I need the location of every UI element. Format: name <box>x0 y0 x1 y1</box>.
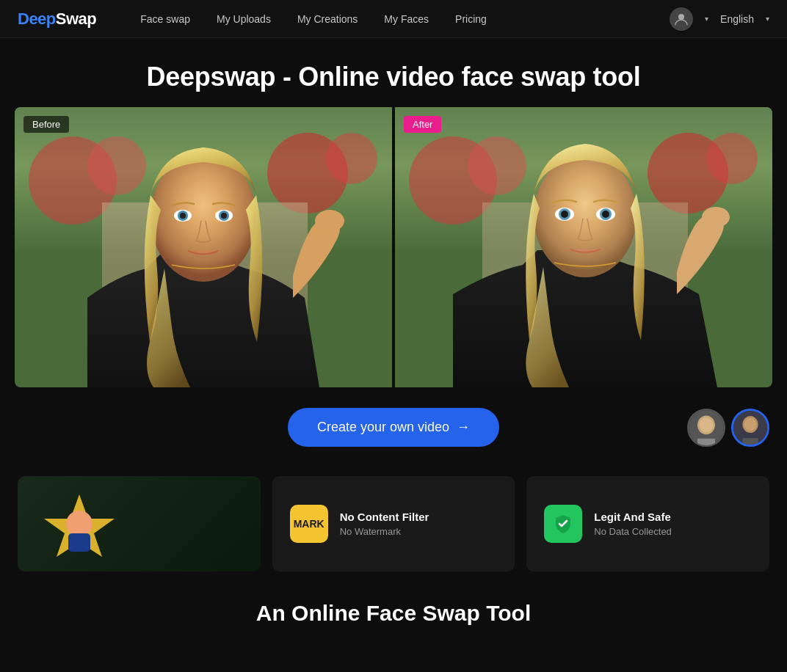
logo[interactable]: DeepSwap <box>18 10 96 29</box>
feature-legit-text: Legit And Safe No Data Collected <box>594 511 672 537</box>
no-filter-title: No Content Filter <box>340 511 429 523</box>
cta-arrow-icon: → <box>457 420 470 435</box>
face-avatar-2[interactable] <box>731 409 769 447</box>
svg-point-25 <box>534 154 637 277</box>
svg-point-15 <box>221 213 227 219</box>
svg-point-31 <box>602 211 609 218</box>
legit-title: Legit And Safe <box>594 511 672 523</box>
svg-point-32 <box>702 207 730 227</box>
face-avatar-1[interactable] <box>687 409 725 447</box>
cta-section: Create your own video → <box>0 387 787 467</box>
face-avatar-selector <box>687 409 769 447</box>
svg-rect-43 <box>68 533 90 552</box>
nav-links: Face swap My Uploads My Creations My Fac… <box>140 13 670 25</box>
logo-swap: Swap <box>56 10 96 28</box>
svg-point-6 <box>326 133 377 184</box>
shield-icon <box>544 505 582 543</box>
svg-point-28 <box>561 211 568 218</box>
svg-point-42 <box>66 511 93 537</box>
lang-dropdown-arrow[interactable]: ▾ <box>766 15 769 23</box>
before-panel: Before <box>15 107 392 387</box>
comparison-container: Before <box>15 107 772 387</box>
cta-button-text: Create your own video <box>317 420 449 435</box>
language-selector[interactable]: English <box>720 13 754 25</box>
feature-no-filter-text: No Content Filter No Watermark <box>340 511 429 537</box>
svg-point-4 <box>87 136 146 195</box>
feature-card-legit: Legit And Safe No Data Collected <box>526 476 769 571</box>
logo-deep: Deep <box>18 10 56 28</box>
mark-label: MARK <box>294 518 324 530</box>
nav-right: ▾ English ▾ <box>670 7 769 31</box>
navbar: DeepSwap Face swap My Uploads My Creatio… <box>0 0 787 38</box>
nav-my-uploads[interactable]: My Uploads <box>217 13 271 25</box>
no-filter-subtitle: No Watermark <box>340 526 429 537</box>
svg-point-35 <box>700 417 713 432</box>
feature-cards: MARK No Content Filter No Watermark Legi… <box>0 467 787 589</box>
svg-point-22 <box>706 133 758 184</box>
svg-point-0 <box>678 14 684 20</box>
nav-pricing[interactable]: Pricing <box>455 13 487 25</box>
feature-card-no-filter: MARK No Content Filter No Watermark <box>272 476 515 571</box>
svg-point-20 <box>468 136 526 195</box>
svg-point-16 <box>315 210 344 232</box>
svg-rect-40 <box>742 438 758 445</box>
svg-point-39 <box>744 417 756 431</box>
after-label: After <box>404 116 441 133</box>
nav-my-creations[interactable]: My Creations <box>297 13 358 25</box>
svg-rect-36 <box>697 438 715 445</box>
legit-subtitle: No Data Collected <box>594 526 672 537</box>
after-panel: After <box>395 107 772 387</box>
feature-card-placeholder <box>18 476 261 571</box>
user-avatar[interactable] <box>670 7 693 31</box>
nav-my-faces[interactable]: My Faces <box>384 13 429 25</box>
avatar-dropdown-arrow[interactable]: ▾ <box>705 15 708 23</box>
before-label: Before <box>23 116 69 133</box>
create-video-button[interactable]: Create your own video → <box>288 408 499 447</box>
nav-face-swap[interactable]: Face swap <box>140 13 190 25</box>
section-title: An Online Face Swap Tool <box>0 589 787 632</box>
svg-point-12 <box>180 213 186 219</box>
page-title: Deepswap - Online video face swap tool <box>0 38 787 107</box>
mark-icon: MARK <box>290 505 328 543</box>
